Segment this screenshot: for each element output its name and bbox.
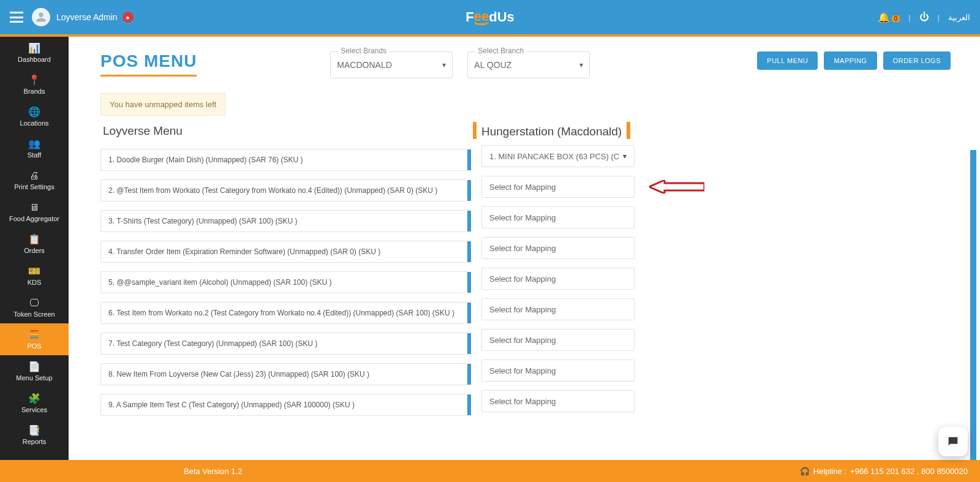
sidebar-item-token-screen[interactable]: 🖵Token Screen [0, 292, 69, 323]
mapping-button[interactable]: MAPPING [824, 51, 876, 70]
row-accent-icon [467, 364, 471, 385]
menu-item-row[interactable]: 6. Test Item from Workato no.2 (Test Cat… [100, 302, 468, 324]
avatar[interactable] [32, 8, 50, 26]
mapping-select[interactable]: Select for Mapping [481, 329, 635, 351]
hungerstation-title: Hungerstation (Macdonald) [481, 125, 622, 138]
mapping-select[interactable]: Select for Mapping [481, 206, 635, 228]
sidebar: 📊Dashboard📍Brands🌐Locations👥Staff🖨Print … [0, 0, 69, 460]
branch-select-value: AL QOUZ [474, 60, 511, 70]
sidebar-item-reports[interactable]: 📑Reports [0, 419, 69, 451]
sidebar-item-label: Staff [28, 151, 41, 159]
branch-select[interactable]: Select Branch AL QOUZ ▾ [467, 51, 590, 78]
mapping-select-value: Select for Mapping [489, 183, 556, 192]
row-accent-icon [467, 303, 471, 323]
services-icon: 🧩 [28, 393, 40, 404]
row-accent-icon [467, 272, 471, 293]
sidebar-item-menu-setup[interactable]: 📄Menu Setup [0, 355, 69, 387]
mapping-select[interactable]: 1. MINI PANCAKE BOX (63 PCS) (C▾ [481, 145, 635, 167]
menu-item-row[interactable]: 4. Transfer Order Item (Expiration Remin… [100, 241, 468, 263]
order-logs-button[interactable]: ORDER LOGS [883, 51, 951, 70]
main-content: POS MENU Select Brands MACDONALD ▾ Selec… [69, 37, 980, 460]
mapping-select[interactable]: Select for Mapping [481, 176, 635, 198]
sidebar-item-locations[interactable]: 🌐Locations [0, 100, 69, 132]
mapping-select-value: Select for Mapping [489, 213, 556, 222]
sidebar-item-brands[interactable]: 📍Brands [0, 69, 69, 100]
reports-icon: 📑 [28, 424, 40, 436]
mapping-select-value: Select for Mapping [489, 274, 556, 284]
pos-icon: 🧮 [28, 329, 40, 341]
row-accent-icon [467, 149, 471, 170]
brand-logo[interactable]: FeedUs [466, 9, 514, 25]
row-accent-icon [467, 394, 471, 415]
sidebar-item-orders[interactable]: 📋Orders [0, 228, 69, 260]
brands-icon: 📍 [28, 74, 40, 86]
mapping-select-value: Select for Mapping [489, 244, 556, 253]
top-row: POS MENU Select Brands MACDONALD ▾ Selec… [100, 51, 951, 78]
power-icon[interactable]: ⏻ [919, 12, 929, 23]
pull-menu-button[interactable]: PULL MENU [757, 51, 818, 70]
sidebar-item-label: POS [27, 342, 41, 350]
sidebar-item-label: Food Aggregator [9, 215, 59, 222]
brand-select[interactable]: Select Brands MACDONALD ▾ [330, 51, 453, 78]
sidebar-item-label: Services [21, 406, 47, 413]
accent-bar-icon [627, 122, 630, 139]
menu-item-text: 1. Doodle Burger (Main Dish) (Unmapped) … [108, 156, 303, 164]
row-accent-icon [467, 333, 471, 354]
menu-item-row[interactable]: 2. @Test Item from Workato (Test Categor… [100, 179, 468, 201]
action-buttons: PULL MENU MAPPING ORDER LOGS [757, 51, 951, 70]
mapping-select[interactable]: Select for Mapping [481, 237, 635, 259]
kds-icon: 🎫 [28, 265, 40, 277]
bell-badge: 0 [892, 15, 900, 22]
helpline: 🎧 Helpline : +966 115 201 632 , 800 8500… [800, 467, 968, 476]
food-aggregator-icon: 🖥 [29, 202, 39, 213]
sidebar-item-label: Reports [23, 438, 47, 445]
mapping-select[interactable]: Select for Mapping [481, 268, 635, 290]
sidebar-item-label: Brands [24, 88, 45, 95]
mapping-select[interactable]: Select for Mapping [481, 298, 635, 320]
chevron-down-icon: ▾ [623, 152, 627, 160]
menu-item-row[interactable]: 1. Doodle Burger (Main Dish) (Unmapped) … [100, 149, 468, 171]
scroll-indicator[interactable] [970, 150, 976, 460]
bell-icon[interactable]: 🔔0 [878, 12, 900, 23]
branch-select-label: Select Branch [475, 47, 526, 55]
menu-item-row[interactable]: 7. Test Category (Test Category) (Unmapp… [100, 333, 468, 355]
version-label: Beta Version 1.2 [184, 467, 242, 476]
unmapped-alert: You have unmapped items left [100, 93, 225, 116]
mapping-select-value: Select for Mapping [489, 397, 556, 406]
menu-item-row[interactable]: 8. New Item From Loyverse (New Cat (Jess… [100, 363, 468, 385]
sidebar-item-pos[interactable]: 🧮POS [0, 323, 69, 355]
language-switch[interactable]: العربية [948, 13, 970, 22]
sidebar-item-kds[interactable]: 🎫KDS [0, 260, 69, 292]
row-accent-icon [467, 211, 471, 232]
loyverse-column: Loyverse Menu 1. Doodle Burger (Main Dis… [100, 122, 468, 424]
loyverse-title: Loyverse Menu [103, 124, 468, 138]
sidebar-item-label: Menu Setup [16, 374, 52, 382]
menu-item-row[interactable]: 5. @@sample_variant item (Alcohol) (Unma… [100, 271, 468, 293]
sidebar-item-food-aggregator[interactable]: 🖥Food Aggregator [0, 196, 69, 228]
header-actions: 🔔0 | ⏻ | العربية [878, 12, 970, 23]
user-name: Loyverse Admin [56, 12, 118, 22]
mapping-select[interactable]: Select for Mapping [481, 360, 635, 382]
chat-fab[interactable] [938, 427, 968, 456]
accent-bar-icon [473, 122, 477, 139]
sidebar-item-print-settings[interactable]: 🖨Print Settings [0, 164, 69, 196]
mapping-columns: Loyverse Menu 1. Doodle Burger (Main Dis… [100, 122, 951, 424]
brand-select-label: Select Brands [338, 47, 389, 55]
sidebar-item-label: Token Screen [13, 311, 55, 318]
chevron-down-icon: ▾ [442, 61, 446, 69]
sidebar-item-label: Locations [20, 119, 48, 127]
menu-item-row[interactable]: 3. T-Shirts (Test Category) (Unmapped) (… [100, 210, 468, 232]
notification-dot-icon[interactable]: ● [123, 12, 134, 23]
menu-item-text: 7. Test Category (Test Category) (Unmapp… [108, 339, 317, 348]
menu-item-text: 2. @Test Item from Workato (Test Categor… [108, 186, 437, 195]
page-title: POS MENU [100, 51, 197, 77]
token-screen-icon: 🖵 [29, 298, 39, 309]
menu-toggle-icon[interactable] [10, 12, 23, 23]
locations-icon: 🌐 [28, 106, 40, 118]
sidebar-item-staff[interactable]: 👥Staff [0, 132, 69, 164]
footer: Beta Version 1.2 🎧 Helpline : +966 115 2… [0, 460, 980, 482]
menu-item-row[interactable]: 9. A Sample Item Test C (Test Category) … [100, 394, 468, 416]
sidebar-item-services[interactable]: 🧩Services [0, 387, 69, 419]
sidebar-item-dashboard[interactable]: 📊Dashboard [0, 37, 69, 69]
mapping-select[interactable]: Select for Mapping [481, 390, 635, 412]
